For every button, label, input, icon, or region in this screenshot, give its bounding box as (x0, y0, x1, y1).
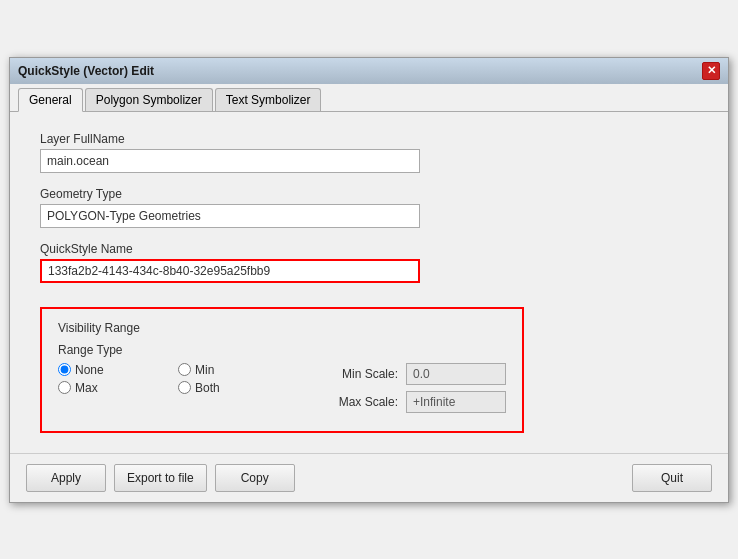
quit-button[interactable]: Quit (632, 464, 712, 492)
visibility-range-box: Visibility Range Range Type None Min (40, 307, 524, 433)
radio-min[interactable]: Min (178, 363, 298, 377)
title-bar: QuickStyle (Vector) Edit ✕ (10, 58, 728, 84)
visibility-range-title: Visibility Range (58, 321, 506, 335)
layer-fullname-input[interactable] (40, 149, 420, 173)
radio-none[interactable]: None (58, 363, 178, 377)
close-button[interactable]: ✕ (702, 62, 720, 80)
tab-polygon-symbolizer[interactable]: Polygon Symbolizer (85, 88, 213, 111)
quickstyle-name-input[interactable] (40, 259, 420, 283)
window-title: QuickStyle (Vector) Edit (18, 64, 154, 78)
min-scale-row: Min Scale: (318, 363, 506, 385)
radio-grid: None Min Max Both (58, 363, 298, 395)
quickstyle-name-label: QuickStyle Name (40, 242, 698, 256)
max-scale-label: Max Scale: (318, 395, 398, 409)
export-button[interactable]: Export to file (114, 464, 207, 492)
copy-button[interactable]: Copy (215, 464, 295, 492)
visibility-inner: Range Type None Min Max (58, 343, 506, 419)
range-left: Range Type None Min Max (58, 343, 298, 395)
layer-fullname-label: Layer FullName (40, 132, 698, 146)
footer-left-buttons: Apply Export to file Copy (26, 464, 295, 492)
radio-max[interactable]: Max (58, 381, 178, 395)
footer: Apply Export to file Copy Quit (10, 453, 728, 502)
max-scale-input[interactable] (406, 391, 506, 413)
quickstyle-name-group: QuickStyle Name (40, 242, 698, 283)
radio-both[interactable]: Both (178, 381, 298, 395)
min-scale-label: Min Scale: (318, 367, 398, 381)
main-window: QuickStyle (Vector) Edit ✕ General Polyg… (9, 57, 729, 503)
layer-fullname-group: Layer FullName (40, 132, 698, 173)
geometry-type-group: Geometry Type (40, 187, 698, 228)
tab-general[interactable]: General (18, 88, 83, 112)
range-right: Min Scale: Max Scale: (318, 363, 506, 419)
tab-text-symbolizer[interactable]: Text Symbolizer (215, 88, 322, 111)
max-scale-row: Max Scale: (318, 391, 506, 413)
apply-button[interactable]: Apply (26, 464, 106, 492)
geometry-type-label: Geometry Type (40, 187, 698, 201)
range-type-label: Range Type (58, 343, 298, 357)
geometry-type-input[interactable] (40, 204, 420, 228)
tab-bar: General Polygon Symbolizer Text Symboliz… (10, 84, 728, 112)
content-area: Layer FullName Geometry Type QuickStyle … (10, 112, 728, 453)
min-scale-input[interactable] (406, 363, 506, 385)
